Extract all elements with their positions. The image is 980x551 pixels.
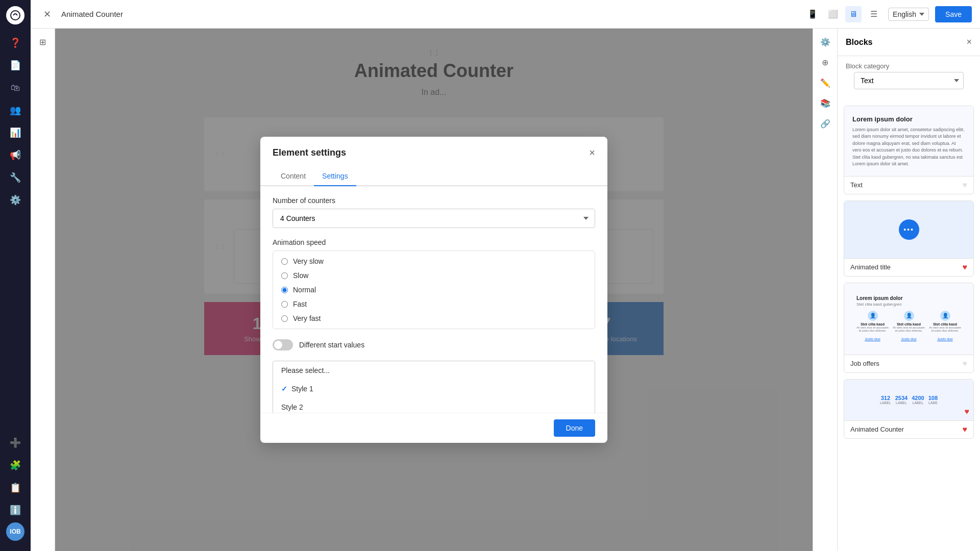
modal-footer: Done <box>260 413 607 443</box>
block-category-label: Block category <box>838 56 980 72</box>
right-icon-bar: ⚙️ ⊕ ✏️ 📚 🔗 <box>813 29 837 551</box>
element-settings-modal: Element settings × Content Settings Numb… <box>260 137 607 443</box>
style-dropdown-list: Please select... ✓ Style 1 Style 2 <box>273 361 595 413</box>
device-tablet[interactable]: ⬜ <box>825 6 841 22</box>
different-start-label: Different start values <box>299 341 364 349</box>
device-mobile[interactable]: 📱 <box>804 6 821 22</box>
rp-icon-add-block[interactable]: ⊕ <box>816 53 835 71</box>
animated-title-heart[interactable]: ♥ <box>963 263 968 272</box>
nav-icon-settings[interactable]: ⚙️ <box>5 190 26 210</box>
modal-header: Element settings × <box>260 137 607 159</box>
nav-icon-add[interactable]: ➕ <box>5 433 26 453</box>
topbar: ✕ Animated Counter 📱 ⬜ 🖥 ☰ English Save <box>31 0 980 29</box>
device-list[interactable]: ☰ <box>866 6 882 22</box>
dropdown-option-style2[interactable]: Style 2 <box>273 398 595 413</box>
speed-slow[interactable]: Slow <box>281 271 586 280</box>
modal-overlay[interactable]: Element settings × Content Settings Numb… <box>55 29 813 551</box>
block-category-select[interactable]: Text <box>854 72 964 89</box>
blocks-list: Lorem ipsum dolor Lorem ipsum dolor sit … <box>838 102 980 551</box>
text-block-heart[interactable]: ♥ <box>963 181 968 190</box>
modal-tabs: Content Settings <box>260 167 607 186</box>
editor-close-button[interactable]: ✕ <box>39 6 55 22</box>
language-select[interactable]: English <box>888 8 929 21</box>
speed-radio-group: Very slow Slow Normal Fast <box>273 251 595 329</box>
toggle-knob <box>274 341 282 349</box>
user-avatar[interactable]: IOB <box>6 522 24 541</box>
modal-close-button[interactable]: × <box>589 147 595 159</box>
animation-speed-section: Animation speed Very slow Slow Normal <box>273 238 595 329</box>
nav-icon-table[interactable]: 📋 <box>5 478 26 498</box>
page-title: Animated Counter <box>61 10 123 18</box>
nav-icon-info[interactable]: ℹ️ <box>5 500 26 520</box>
icon-sidebar: ❓ 📄 🛍 👥 📊 📢 🔧 ⚙️ ➕ 🧩 📋 ℹ️ IOB <box>0 0 31 551</box>
dropdown-option-style1[interactable]: ✓ Style 1 <box>273 380 595 398</box>
speed-very-slow[interactable]: Very slow <box>281 257 586 265</box>
editor-toolbar: ⊞ <box>31 29 55 551</box>
job-offers-preview: Lorem ipsum dolor Stet clita kasd guberg… <box>844 283 973 355</box>
animated-counter-heart[interactable]: ♥ <box>963 425 968 434</box>
animated-counter-label: Animated Counter ♥ <box>844 420 973 438</box>
svg-point-0 <box>11 11 20 20</box>
content-area: ⊞ ⋮⋮ Animated Counter In ad... ⋮⋮ 312 <box>31 29 980 551</box>
save-button[interactable]: Save <box>935 6 972 22</box>
dropdown-option-please-select[interactable]: Please select... <box>273 361 595 380</box>
animated-title-preview: ••• <box>844 201 973 258</box>
block-card-animated-counter[interactable]: 312 LABEL 2534 LABEL 4200 LABEL <box>844 379 974 439</box>
app-logo[interactable] <box>6 6 24 24</box>
blocks-panel-title: Blocks <box>846 38 872 47</box>
blocks-panel: Blocks × Block category Text Lorem ipsum… <box>837 29 980 551</box>
modal-body: Number of counters 4 Counters Animation … <box>260 186 607 413</box>
animated-counter-preview: 312 LABEL 2534 LABEL 4200 LABEL <box>844 380 973 420</box>
chat-bubble-icon: ••• <box>899 219 919 240</box>
tab-settings[interactable]: Settings <box>314 167 356 186</box>
different-start-row: Different start values <box>273 339 595 350</box>
rp-icon-edit[interactable]: ✏️ <box>816 73 835 92</box>
speed-fast[interactable]: Fast <box>281 300 586 308</box>
blocks-panel-header: Blocks × <box>838 29 980 56</box>
animated-counter-heart-preview[interactable]: ♥ <box>965 407 970 416</box>
text-block-preview: Lorem ipsum dolor Lorem ipsum dolor sit … <box>844 106 973 176</box>
animation-speed-label: Animation speed <box>273 238 595 246</box>
animated-title-label: Animated title ♥ <box>844 258 973 276</box>
different-start-toggle[interactable] <box>273 339 293 350</box>
device-switcher: 📱 ⬜ 🖥 ☰ <box>804 6 882 22</box>
nav-icon-pages[interactable]: 📄 <box>5 55 26 76</box>
modal-title: Element settings <box>273 147 346 158</box>
speed-normal[interactable]: Normal <box>281 286 586 294</box>
device-desktop[interactable]: 🖥 <box>845 6 862 22</box>
nav-icon-marketing[interactable]: 📢 <box>5 145 26 165</box>
rp-icon-layers[interactable]: 📚 <box>816 94 835 112</box>
nav-icon-users[interactable]: 👥 <box>5 100 26 120</box>
job-offers-label: Job offers ♥ <box>844 355 973 372</box>
nav-icon-analytics[interactable]: 📊 <box>5 122 26 143</box>
sidebar-bottom: ➕ 🧩 📋 ℹ️ IOB <box>5 433 26 545</box>
counters-field-label: Number of counters <box>273 196 595 205</box>
counters-select[interactable]: 4 Counters <box>273 209 595 228</box>
editor-canvas[interactable]: ⋮⋮ Animated Counter In ad... ⋮⋮ 312 LABE… <box>55 29 813 551</box>
block-card-animated-title[interactable]: ••• Animated title ♥ <box>844 201 974 277</box>
nav-icon-help[interactable]: ❓ <box>5 33 26 53</box>
done-button[interactable]: Done <box>554 419 595 437</box>
main-area: ✕ Animated Counter 📱 ⬜ 🖥 ☰ English Save … <box>31 0 980 551</box>
rp-icon-settings[interactable]: ⚙️ <box>816 33 835 51</box>
style-dropdown-open: Please select... ✓ Style 1 Style 2 <box>273 361 595 413</box>
block-card-text[interactable]: Lorem ipsum dolor Lorem ipsum dolor sit … <box>844 106 974 194</box>
tab-content[interactable]: Content <box>273 167 314 186</box>
speed-very-fast[interactable]: Very fast <box>281 314 586 322</box>
text-block-label: Text ♥ <box>844 176 973 194</box>
job-offers-heart[interactable]: ♥ <box>963 359 968 368</box>
nav-icon-store[interactable]: 🛍 <box>5 78 26 98</box>
text-preview-content: Lorem ipsum dolor Lorem ipsum dolor sit … <box>852 114 965 168</box>
nav-icon-apps[interactable]: 🔧 <box>5 167 26 188</box>
nav-icon-widgets[interactable]: 🧩 <box>5 455 26 475</box>
rp-icon-share[interactable]: 🔗 <box>816 114 835 133</box>
tool-layout[interactable]: ⊞ <box>34 33 52 51</box>
blocks-panel-close[interactable]: × <box>966 37 972 47</box>
block-card-job-offers[interactable]: Lorem ipsum dolor Stet clita kasd guberg… <box>844 283 974 373</box>
